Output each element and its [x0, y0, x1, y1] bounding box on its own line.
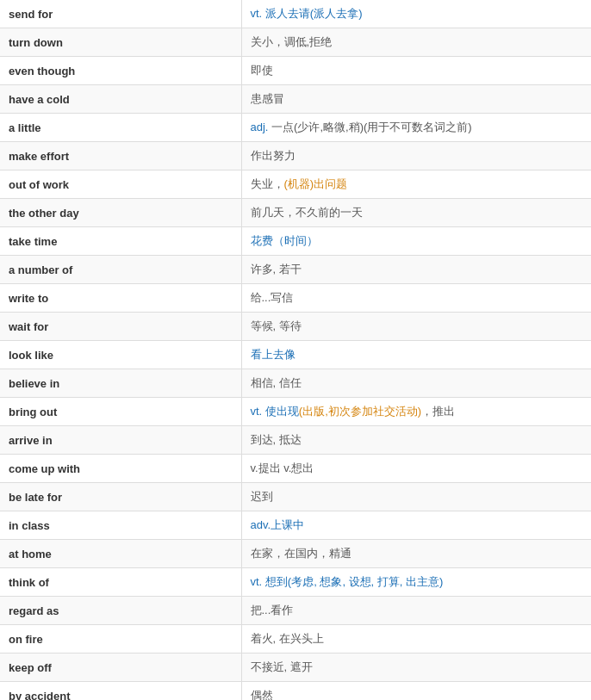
- definition-cell: 相信, 信任: [241, 369, 591, 398]
- term-cell: be late for: [0, 483, 241, 511]
- term-cell: send for: [0, 0, 241, 28]
- definition-cell: 作出努力: [241, 142, 591, 170]
- term-cell: make effort: [0, 142, 241, 170]
- definition-cell: vt. 派人去请(派人去拿): [241, 0, 591, 28]
- term-cell: regard as: [0, 597, 241, 625]
- definition-cell: adj. 一点(少许,略微,稍)(用于不可数名词之前): [241, 114, 591, 142]
- table-row: on fire着火, 在兴头上: [0, 625, 591, 654]
- definition-cell: 看上去像: [241, 341, 591, 369]
- table-row: be late for迟到: [0, 483, 591, 511]
- table-row: make effort作出努力: [0, 142, 591, 170]
- definition-cell: adv.上课中: [241, 511, 591, 540]
- table-row: even though即使: [0, 57, 591, 85]
- definition-cell: 不接近, 遮开: [241, 654, 591, 682]
- table-row: bring outvt. 使出现(出版,初次参加社交活动)，推出: [0, 398, 591, 426]
- term-cell: have a cold: [0, 85, 241, 114]
- table-row: write to给...写信: [0, 284, 591, 313]
- table-row: by accident偶然: [0, 682, 591, 701]
- term-cell: keep off: [0, 654, 241, 682]
- table-row: send forvt. 派人去请(派人去拿): [0, 0, 591, 28]
- definition-cell: 给...写信: [241, 284, 591, 313]
- term-cell: a number of: [0, 256, 241, 284]
- table-row: in classadv.上课中: [0, 511, 591, 540]
- term-cell: at home: [0, 540, 241, 568]
- term-cell: look like: [0, 341, 241, 369]
- table-row: regard as把...看作: [0, 597, 591, 625]
- table-row: take time花费（时间）: [0, 227, 591, 256]
- table-row: out of work失业，(机器)出问题: [0, 170, 591, 199]
- definition-cell: v.提出 v.想出: [241, 455, 591, 483]
- term-cell: even though: [0, 57, 241, 85]
- table-row: have a cold患感冒: [0, 85, 591, 114]
- term-cell: write to: [0, 284, 241, 313]
- definition-cell: 迟到: [241, 483, 591, 511]
- term-cell: out of work: [0, 170, 241, 199]
- term-cell: believe in: [0, 369, 241, 398]
- definition-cell: 前几天，不久前的一天: [241, 199, 591, 227]
- definition-cell: 着火, 在兴头上: [241, 625, 591, 654]
- definition-cell: 偶然: [241, 682, 591, 701]
- term-cell: in class: [0, 511, 241, 540]
- term-cell: by accident: [0, 682, 241, 701]
- table-row: the other day前几天，不久前的一天: [0, 199, 591, 227]
- table-row: believe in相信, 信任: [0, 369, 591, 398]
- term-cell: bring out: [0, 398, 241, 426]
- definition-cell: vt. 使出现(出版,初次参加社交活动)，推出: [241, 398, 591, 426]
- term-cell: on fire: [0, 625, 241, 654]
- definition-cell: 失业，(机器)出问题: [241, 170, 591, 199]
- term-cell: come up with: [0, 455, 241, 483]
- definition-cell: vt. 想到(考虑, 想象, 设想, 打算, 出主意): [241, 568, 591, 597]
- term-cell: the other day: [0, 199, 241, 227]
- table-row: a littleadj. 一点(少许,略微,稍)(用于不可数名词之前): [0, 114, 591, 142]
- table-row: keep off不接近, 遮开: [0, 654, 591, 682]
- table-row: a number of许多, 若干: [0, 256, 591, 284]
- term-cell: take time: [0, 227, 241, 256]
- term-cell: a little: [0, 114, 241, 142]
- definition-cell: 花费（时间）: [241, 227, 591, 256]
- table-row: arrive in到达, 抵达: [0, 426, 591, 455]
- table-row: look like看上去像: [0, 341, 591, 369]
- definition-cell: 到达, 抵达: [241, 426, 591, 455]
- vocabulary-table: send forvt. 派人去请(派人去拿)turn down关小，调低,拒绝e…: [0, 0, 591, 700]
- definition-cell: 把...看作: [241, 597, 591, 625]
- term-cell: arrive in: [0, 426, 241, 455]
- table-row: wait for等候, 等待: [0, 313, 591, 341]
- definition-cell: 关小，调低,拒绝: [241, 28, 591, 57]
- table-row: come up withv.提出 v.想出: [0, 455, 591, 483]
- term-cell: turn down: [0, 28, 241, 57]
- definition-cell: 许多, 若干: [241, 256, 591, 284]
- term-cell: wait for: [0, 313, 241, 341]
- definition-cell: 即使: [241, 57, 591, 85]
- definition-cell: 在家，在国内，精通: [241, 540, 591, 568]
- term-cell: think of: [0, 568, 241, 597]
- definition-cell: 等候, 等待: [241, 313, 591, 341]
- table-row: think ofvt. 想到(考虑, 想象, 设想, 打算, 出主意): [0, 568, 591, 597]
- definition-cell: 患感冒: [241, 85, 591, 114]
- table-row: turn down关小，调低,拒绝: [0, 28, 591, 57]
- table-row: at home在家，在国内，精通: [0, 540, 591, 568]
